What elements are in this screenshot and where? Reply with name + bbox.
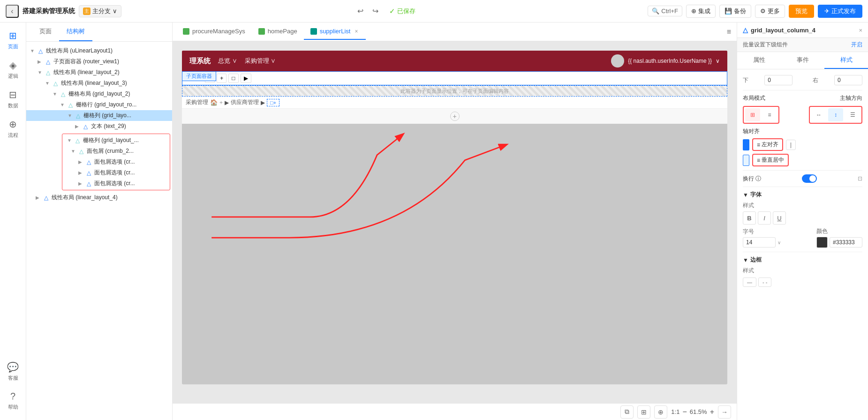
- bold-btn[interactable]: B: [743, 211, 756, 225]
- tree-arrow[interactable]: ▶: [78, 181, 85, 186]
- search-button[interactable]: 🔍 Ctrl+F: [648, 6, 682, 16]
- align-center-h-btn[interactable]: |: [786, 140, 796, 150]
- layout-btn-flex[interactable]: ≡: [762, 108, 777, 121]
- sidebar-item-flow[interactable]: ⊕ 流程: [2, 115, 24, 142]
- arrow-right-btn[interactable]: →: [718, 405, 731, 419]
- tree-arrow[interactable]: ▼: [53, 91, 59, 97]
- tree-arrow[interactable]: ▶: [78, 159, 85, 165]
- collapse-icon[interactable]: ×: [859, 27, 862, 34]
- tab-close-button[interactable]: ×: [353, 28, 359, 35]
- border-dashed-btn[interactable]: - -: [758, 278, 771, 287]
- copy-icon-btn[interactable]: ⧉: [620, 405, 634, 419]
- tab-homepage[interactable]: homePage: [252, 24, 304, 39]
- tab-style[interactable]: 样式: [824, 52, 868, 69]
- main-axis-list[interactable]: ☰: [845, 108, 860, 121]
- tree-item-crumb-opt1[interactable]: ▶ △ 面包屑选项 (cr...: [63, 157, 169, 167]
- main-axis-row[interactable]: ↔: [811, 108, 826, 121]
- margin-down-input[interactable]: [764, 75, 793, 85]
- collapse-arrow-icon[interactable]: ▼: [743, 192, 748, 198]
- tree-item-crumb-opt2[interactable]: ▶ △ 面包屑选项 (cr...: [63, 167, 169, 178]
- sidebar-item-help[interactable]: ? 帮助: [2, 387, 24, 414]
- tree-arrow[interactable]: ▼: [71, 149, 77, 154]
- backup-button[interactable]: 💾 备份: [719, 5, 751, 18]
- tree-arrow[interactable]: ▶: [36, 195, 42, 200]
- nav-item-overview[interactable]: 总览 ∨: [218, 57, 237, 65]
- add-component-btn[interactable]: +: [450, 112, 460, 121]
- toggle-expand-icon[interactable]: ⊡: [858, 175, 862, 182]
- sidebar-item-page[interactable]: ⊞ 页面: [2, 26, 24, 54]
- tree-item-text29[interactable]: ▶ △ 文本 (text_29): [26, 121, 172, 132]
- sidebar-item-service[interactable]: 💬 客服: [2, 358, 24, 385]
- tree-arrow[interactable]: ▼: [67, 138, 74, 143]
- color-swatch[interactable]: [816, 237, 828, 248]
- main-axis-col[interactable]: ↕: [828, 108, 843, 121]
- enable-link[interactable]: 开启: [851, 41, 862, 49]
- tab-event[interactable]: 事件: [781, 52, 824, 69]
- tabs-bar: procureManageSys homePage supplierList ×…: [173, 22, 737, 41]
- align-vertical-center-btn[interactable]: ≡ 垂直居中: [752, 154, 789, 166]
- tab-page[interactable]: 页面: [32, 22, 59, 41]
- italic-btn[interactable]: I: [758, 211, 771, 225]
- align-left-icon: ≡: [757, 142, 760, 148]
- sidebar-item-data[interactable]: ⊟ 数据: [2, 85, 24, 113]
- breadcrumb-add-btn[interactable]: +: [219, 99, 223, 106]
- fit-icon-btn[interactable]: ⊞: [637, 405, 650, 419]
- more-button[interactable]: ⚙ 更多: [755, 5, 785, 18]
- tree-item-linear3[interactable]: ▼ △ 线性布局 (linear_layout_3): [26, 78, 172, 89]
- tabs-menu-button[interactable]: ≡: [725, 26, 733, 38]
- tree-item-gridcol-selected[interactable]: ▼ △ 栅格列 (grid_layo...: [26, 110, 172, 121]
- tab-procure[interactable]: procureManageSys: [176, 24, 252, 39]
- tree-arrow[interactable]: ▶: [75, 124, 82, 129]
- collapse-arrow-icon2[interactable]: ▼: [743, 257, 748, 263]
- undo-button[interactable]: ↩: [354, 5, 367, 18]
- tree-arrow[interactable]: ▼: [68, 113, 74, 118]
- font-size-dropdown-icon[interactable]: ∨: [777, 240, 781, 245]
- grid-toolbar-btn3[interactable]: □: [228, 74, 238, 83]
- tree-item-crumb2[interactable]: ▼ △ 面包屑 (crumb_2...: [63, 146, 169, 157]
- line-wrap-toggle[interactable]: [802, 174, 817, 183]
- tree-item-linear4[interactable]: ▶ △ 线性布局 (linear_layout_4): [26, 192, 172, 203]
- tree-arrow[interactable]: ▶: [38, 59, 44, 64]
- tree-item-router1[interactable]: ▶ △ 子页面容器 (router_view1): [26, 56, 172, 67]
- tree-arrow[interactable]: ▼: [45, 81, 52, 86]
- tab-tree[interactable]: 结构树: [59, 22, 92, 41]
- branch-selector[interactable]: 主 主分支 ∨: [79, 5, 121, 17]
- toggle-knob: [809, 175, 816, 182]
- font-size-input[interactable]: [743, 237, 776, 248]
- border-section-label: ▼ 边框: [743, 256, 862, 264]
- nav-item-procure[interactable]: 采购管理 ∨: [245, 57, 276, 65]
- font-style-label: 样式: [743, 202, 862, 210]
- redo-button[interactable]: ↪: [369, 5, 382, 18]
- border-solid-btn[interactable]: —: [743, 278, 756, 287]
- align-left-btn[interactable]: ≡ 左对齐: [752, 138, 783, 151]
- tree-item-linear1[interactable]: ▼ △ 线性布局 (uLinearLayout1): [26, 45, 172, 56]
- layout-btn-grid[interactable]: ⊞: [745, 108, 760, 121]
- tree-item-linear2[interactable]: ▼ △ 线性布局 (linear_layout_2): [26, 67, 172, 78]
- canvas-gray-area: [182, 124, 727, 384]
- line-wrap-label: 换行 ⓘ: [743, 175, 761, 183]
- grid-toolbar-btn2[interactable]: +: [217, 74, 226, 83]
- integrate-button[interactable]: ⊕ 集成: [686, 5, 716, 18]
- tree-item-crumb-opt3[interactable]: ▶ △ 面包屑选项 (cr...: [63, 178, 169, 189]
- tree-item-gridcol2[interactable]: ▼ △ 栅格列 (grid_layout_...: [63, 135, 169, 146]
- zoom-plus-btn[interactable]: +: [710, 408, 714, 416]
- tree-arrow[interactable]: ▶: [78, 170, 85, 175]
- tree-item-gridrow[interactable]: ▼ △ 栅格行 (grid_layout_ro...: [26, 99, 172, 110]
- align-icon-btn[interactable]: ⊕: [654, 405, 667, 419]
- tab-property[interactable]: 属性: [737, 52, 781, 69]
- tree-arrow[interactable]: ▼: [30, 48, 37, 53]
- back-button[interactable]: ‹: [6, 5, 19, 18]
- zoom-minus-btn[interactable]: −: [682, 408, 687, 416]
- border-style-buttons: — - -: [743, 278, 862, 287]
- preview-button[interactable]: 预览: [789, 5, 814, 18]
- tree-arrow[interactable]: ▼: [38, 70, 44, 75]
- font-color-input[interactable]: [830, 237, 862, 248]
- tab-supplier[interactable]: supplierList ×: [304, 24, 366, 40]
- margin-right-input[interactable]: [834, 75, 862, 85]
- publish-button[interactable]: ✈ 正式发布: [818, 5, 862, 18]
- tree-item-grid2[interactable]: ▼ △ 栅格布局 (grid_layout_2): [26, 89, 172, 99]
- tree-arrow[interactable]: ▼: [60, 102, 67, 107]
- grid-toolbar-btn4[interactable]: ▶: [241, 74, 251, 83]
- sidebar-item-logic[interactable]: ◈ 逻辑: [2, 56, 24, 83]
- underline-btn[interactable]: U: [773, 211, 786, 225]
